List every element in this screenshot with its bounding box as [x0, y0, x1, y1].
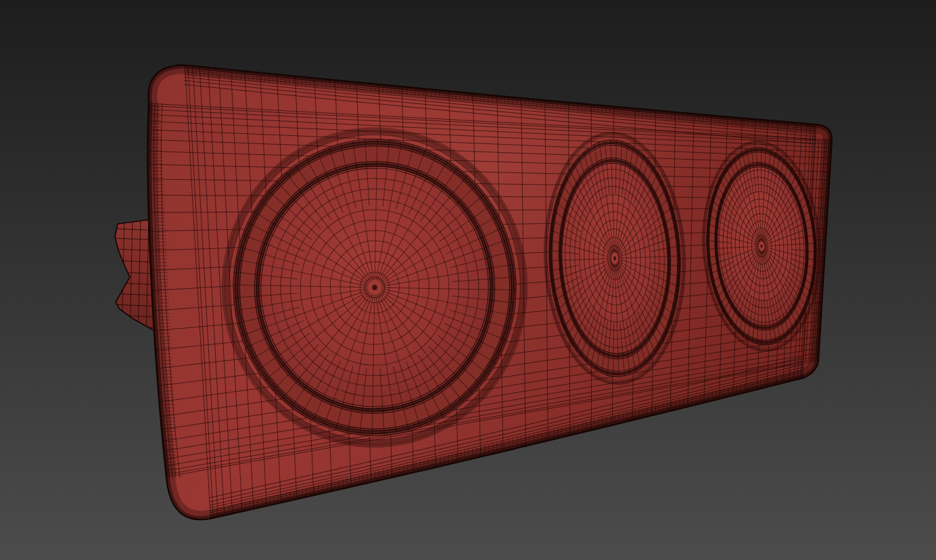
model-render-canvas — [0, 0, 936, 560]
recess-circle-1 — [222, 128, 527, 447]
viewport-frame — [0, 0, 936, 560]
